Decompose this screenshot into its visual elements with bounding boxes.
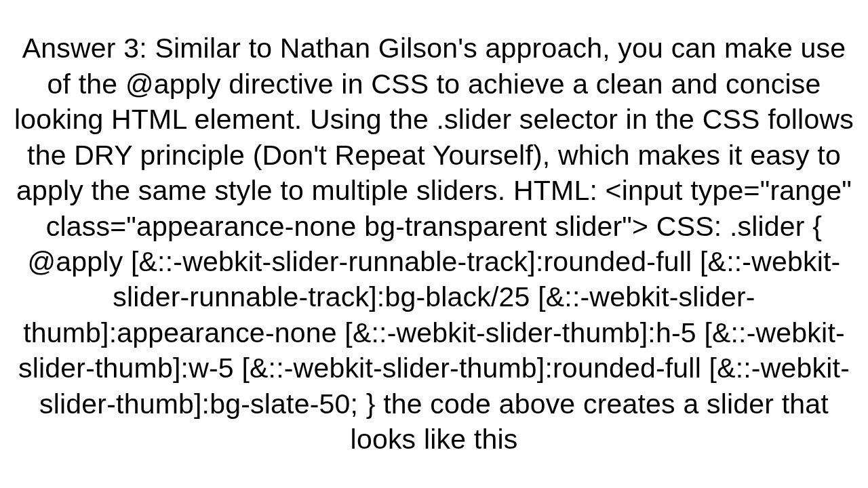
answer-text: Answer 3: Similar to Nathan Gilson's app…	[7, 30, 861, 458]
